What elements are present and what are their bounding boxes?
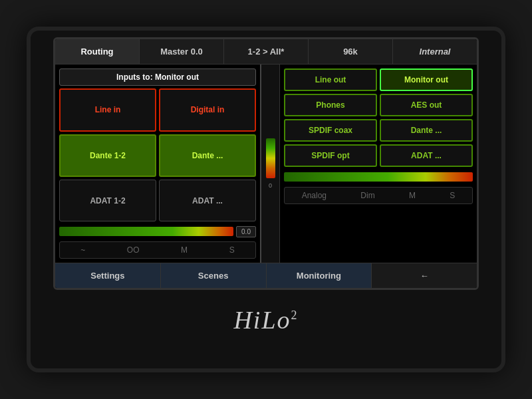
btn-line-out[interactable]: Line out <box>284 68 377 91</box>
nav-rate[interactable]: 96k <box>309 39 393 64</box>
brand-sup: 2 <box>291 309 299 322</box>
left-fader-row: 0.0 <box>59 224 256 239</box>
nav-scenes[interactable]: Scenes <box>161 263 267 288</box>
btn-adat-r[interactable]: ADAT ... <box>380 144 473 167</box>
nav-routing2[interactable]: 1-2 > All* <box>224 39 309 64</box>
btn-dante-r[interactable]: Dante ... <box>380 119 473 142</box>
screen-area: Routing Master 0.0 1-2 > All* 96k Intern… <box>53 37 479 290</box>
middle-divider: 0 <box>261 65 280 263</box>
fader-value: 0.0 <box>236 226 256 237</box>
transport-sine[interactable]: ~ <box>76 244 89 256</box>
main-content: Inputs to: Monitor out Line in Digital i… <box>55 65 477 263</box>
panel-title: Inputs to: Monitor out <box>59 68 256 86</box>
btn-aes-out[interactable]: AES out <box>380 94 473 116</box>
btn-monitor-out[interactable]: Monitor out <box>380 68 473 91</box>
transport-s[interactable]: S <box>225 244 239 256</box>
btn-digital-in[interactable]: Digital in <box>159 88 256 132</box>
nav-monitoring[interactable]: Monitoring <box>267 263 372 288</box>
bottom-nav: Settings Scenes Monitoring ← <box>55 263 477 288</box>
transport-loop[interactable]: OO <box>123 244 144 256</box>
nav-routing[interactable]: Routing <box>55 39 140 64</box>
brand-logo: HiLo2 <box>233 305 298 334</box>
right-fader-bar[interactable] <box>284 172 473 182</box>
btn-dante-dots[interactable]: Dante ... <box>159 134 256 178</box>
btn-line-in[interactable]: Line in <box>59 88 156 132</box>
transport-rs[interactable]: S <box>446 190 459 201</box>
nav-back[interactable]: ← <box>372 263 477 288</box>
btn-spdif-opt[interactable]: SPDIF opt <box>284 144 377 167</box>
btn-dante-1-2[interactable]: Dante 1-2 <box>59 134 156 178</box>
input-grid: Line in Digital in Dante 1-2 Dante ... <box>59 88 256 221</box>
right-transport-row: Analog Dim M S <box>284 187 473 204</box>
left-panel: Inputs to: Monitor out Line in Digital i… <box>55 65 261 263</box>
device-bottom: HiLo2 <box>37 297 495 343</box>
btn-adat-1-2[interactable]: ADAT 1-2 <box>59 180 156 221</box>
zero-label: 0 <box>269 182 272 189</box>
output-grid: Line out Monitor out Phones AES out <box>284 68 473 167</box>
nav-clock[interactable]: Internal <box>393 39 477 64</box>
transport-analog[interactable]: Analog <box>298 190 331 201</box>
left-fader-bar[interactable] <box>59 227 233 236</box>
right-panel: Line out Monitor out Phones AES out <box>280 65 477 263</box>
left-transport-row: ~ OO M S <box>59 241 256 259</box>
top-nav: Routing Master 0.0 1-2 > All* 96k Intern… <box>55 39 477 65</box>
transport-rm[interactable]: M <box>405 190 420 201</box>
btn-phones[interactable]: Phones <box>284 94 377 116</box>
nav-master[interactable]: Master 0.0 <box>140 39 224 64</box>
btn-spdif-coax[interactable]: SPDIF coax <box>284 119 377 142</box>
level-meter <box>266 138 275 178</box>
nav-settings[interactable]: Settings <box>55 263 161 288</box>
right-fader-row <box>284 170 473 184</box>
transport-m[interactable]: M <box>177 244 192 256</box>
transport-dim[interactable]: Dim <box>356 190 378 201</box>
btn-adat-dots[interactable]: ADAT ... <box>159 180 256 221</box>
device-frame: Routing Master 0.0 1-2 > All* 96k Intern… <box>27 27 505 372</box>
